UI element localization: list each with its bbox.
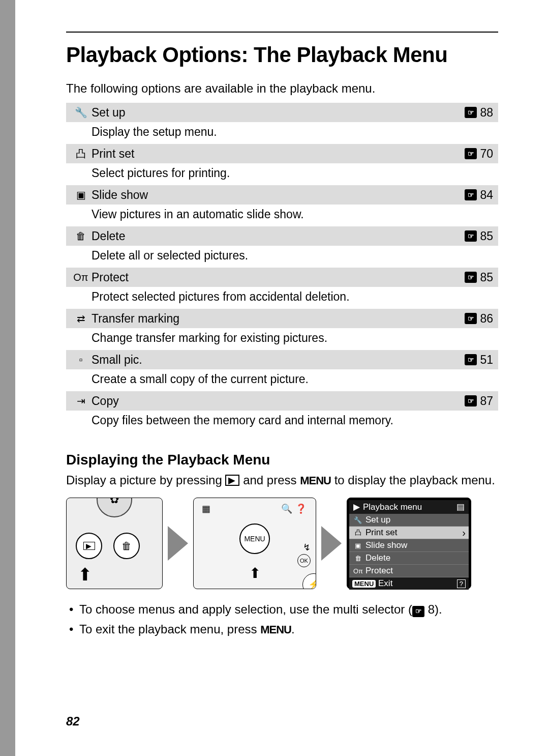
- page-title: Playback Options: The Playback Menu: [66, 43, 498, 67]
- page-ref-icon: ☞: [465, 148, 477, 159]
- option-icon: ▣: [70, 189, 92, 201]
- option-label: Protect: [92, 271, 465, 284]
- display-instructions: Display a picture by pressing ▶ and pres…: [66, 472, 498, 488]
- page-reference: ☞85: [465, 229, 493, 243]
- memory-icon: ▤: [456, 502, 465, 512]
- menu-button-diagram: ▦ 🔍 ❓ ↯ OK ⚡ MENU ⬆: [193, 498, 316, 589]
- page-ref-icon: ☞: [465, 395, 477, 406]
- up-arrow-icon: ⬆: [78, 564, 92, 585]
- help-icon: ?: [457, 579, 466, 588]
- page-reference: ☞85: [465, 271, 493, 284]
- option-header: 🗑Delete☞85: [66, 226, 498, 246]
- option-icon: 🗑: [70, 230, 92, 242]
- menu-tag: MENU: [352, 580, 376, 588]
- arrow-right-icon: [321, 526, 342, 561]
- option-description: Change transfer marking for existing pic…: [66, 328, 498, 350]
- arrow-right-icon: [168, 526, 188, 561]
- up-arrow-icon: ⬆: [249, 565, 261, 581]
- notes-list: To choose menus and apply selection, use…: [66, 601, 498, 637]
- option-label: Set up: [92, 106, 465, 120]
- page-reference: ☞87: [465, 394, 493, 408]
- page-reference: ☞86: [465, 312, 493, 326]
- option-header: OπProtect☞85: [66, 268, 498, 287]
- page-ref-icon: ☞: [465, 189, 477, 200]
- page-reference: ☞88: [465, 106, 493, 120]
- option-icon: 🔧: [70, 106, 92, 119]
- screen-title-bar: ▶ Playback menu ▤: [349, 500, 469, 514]
- screen-menu-list: 🔧Set up凸Print set▣Slide show🗑DeleteOπPro…: [349, 514, 469, 577]
- transfer-icon: ↯: [303, 542, 311, 553]
- option-header: ▫Small pic.☞51: [66, 350, 498, 369]
- option-description: Delete all or selected pictures.: [66, 246, 498, 268]
- diagram-row: ✿ ▶ 🗑 ⬆ ▦ 🔍 ❓ ↯ OK ⚡ MENU ⬆ ▶ Playback m…: [66, 498, 498, 589]
- option-description: Copy files between the memory card and i…: [66, 411, 498, 432]
- option-label: Print set: [92, 147, 465, 161]
- intro-text: The following options are available in t…: [66, 81, 498, 96]
- option-header: ⇄Transfer marking☞86: [66, 309, 498, 328]
- page-ref-icon: ☞: [465, 107, 477, 118]
- page-content: Playback Options: The Playback Menu The …: [15, 0, 549, 756]
- screen-menu-item: OπProtect: [349, 565, 469, 577]
- option-icon: Oπ: [70, 272, 92, 283]
- play-icon: ▶: [225, 475, 239, 486]
- zoom-icon: 🔍: [281, 503, 292, 514]
- flash-button-icon: ⚡: [302, 573, 316, 589]
- option-icon: 凸: [70, 147, 92, 161]
- option-description: Create a small copy of the current pictu…: [66, 369, 498, 391]
- play-icon: ▶: [353, 502, 360, 512]
- option-label: Small pic.: [92, 353, 465, 367]
- option-description: View pictures in an automatic slide show…: [66, 205, 498, 226]
- page-ref-icon: ☞: [412, 606, 424, 617]
- camera-back-diagram: ✿ ▶ 🗑 ⬆: [66, 498, 163, 589]
- option-header: ⇥Copy☞87: [66, 391, 498, 411]
- screen-menu-item: 🗑Delete: [349, 552, 469, 565]
- screen-menu-item: ▣Slide show: [349, 539, 469, 552]
- page-ref-icon: ☞: [465, 230, 477, 242]
- option-description: Protect selected pictures from accidenta…: [66, 287, 498, 309]
- option-label: Delete: [92, 229, 465, 243]
- page-ref-icon: ☞: [465, 313, 477, 324]
- option-icon: ⇥: [70, 395, 92, 407]
- help-icon: ❓: [295, 503, 307, 514]
- option-icon: ⇄: [70, 312, 92, 325]
- page-ref-icon: ☞: [465, 354, 477, 365]
- list-item: To exit the playback menu, press MENU.: [66, 621, 498, 637]
- menu-word-icon: MENU: [260, 623, 291, 636]
- playback-button-icon: ▶: [76, 533, 102, 559]
- option-description: Display the setup menu.: [66, 122, 498, 144]
- section-heading: Displaying the Playback Menu: [66, 452, 498, 468]
- page-reference: ☞84: [465, 188, 493, 202]
- list-item: To choose menus and apply selection, use…: [66, 601, 498, 618]
- flower-icon: ✿: [97, 498, 132, 517]
- option-label: Transfer marking: [92, 312, 465, 326]
- option-label: Copy: [92, 394, 465, 408]
- menu-word-icon: MENU: [300, 474, 331, 487]
- thumbnail-icon: ▦: [202, 503, 210, 514]
- option-header: 🔧Set up☞88: [66, 103, 498, 122]
- page-reference: ☞51: [465, 353, 493, 367]
- trash-button-icon: 🗑: [113, 533, 140, 559]
- page-reference: ☞70: [465, 147, 493, 161]
- page-number: 82: [66, 714, 80, 729]
- top-rule: [66, 32, 498, 33]
- screen-footer: MENU Exit ?: [349, 577, 469, 590]
- option-label: Slide show: [92, 188, 465, 202]
- option-icon: ▫: [70, 354, 92, 366]
- option-header: ▣Slide show☞84: [66, 185, 498, 205]
- menu-button-icon: MENU: [239, 524, 270, 554]
- screen-menu-item: 🔧Set up: [349, 514, 469, 527]
- screen-menu-item: 凸Print set: [349, 527, 469, 539]
- option-header: 凸Print set☞70: [66, 144, 498, 163]
- page-ref-icon: ☞: [465, 272, 477, 283]
- lcd-screen-diagram: ▶ Playback menu ▤ 🔧Set up凸Print set▣Slid…: [347, 498, 471, 589]
- screen-title: Playback menu: [363, 502, 422, 512]
- option-description: Select pictures for printing.: [66, 163, 498, 185]
- options-table: 🔧Set up☞88Display the setup menu.凸Print …: [66, 103, 498, 432]
- ok-button-icon: OK: [297, 554, 311, 567]
